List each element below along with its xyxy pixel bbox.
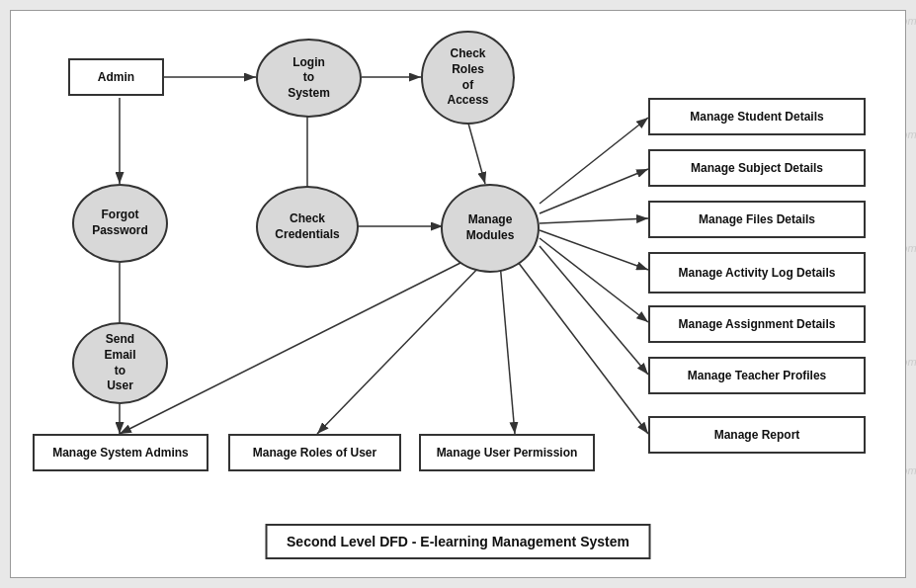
- svg-line-10: [540, 218, 648, 223]
- svg-line-16: [317, 261, 485, 434]
- manage-files-label: Manage Files Details: [699, 212, 815, 226]
- svg-line-12: [540, 238, 648, 322]
- main-container: www.freeprojectz.com www.freeprojectz.co…: [0, 0, 916, 588]
- manage-activity-node: Manage Activity Log Details: [648, 252, 866, 294]
- manage-teacher-node: Manage Teacher Profiles: [648, 357, 866, 394]
- manage-subject-node: Manage Subject Details: [648, 149, 866, 187]
- diagram-area: Admin LogintoSystem CheckRolesofAccess F…: [10, 10, 906, 578]
- diagram-title: Second Level DFD - E-learning Management…: [287, 534, 629, 549]
- manage-files-node: Manage Files Details: [648, 201, 866, 238]
- manage-report-node: Manage Report: [648, 416, 866, 454]
- manage-permission-node: Manage User Permission: [419, 434, 595, 471]
- manage-system-admins-label: Manage System Admins: [52, 446, 189, 460]
- svg-line-17: [500, 263, 515, 434]
- manage-assignment-node: Manage Assignment Details: [648, 305, 866, 343]
- login-node: LogintoSystem: [256, 39, 362, 118]
- title-box: Second Level DFD - E-learning Management…: [265, 524, 651, 559]
- manage-system-admins-node: Manage System Admins: [33, 434, 208, 471]
- manage-student-label: Manage Student Details: [690, 110, 823, 124]
- manage-roles-label: Manage Roles of User: [253, 446, 376, 460]
- manage-teacher-label: Manage Teacher Profiles: [688, 369, 827, 382]
- send-email-node: SendEmailtoUser: [72, 322, 168, 404]
- svg-line-9: [540, 169, 648, 213]
- manage-student-node: Manage Student Details: [648, 98, 866, 135]
- check-credentials-label: CheckCredentials: [275, 211, 339, 242]
- manage-modules-label: ManageModules: [466, 212, 515, 243]
- check-roles-label: CheckRolesofAccess: [447, 46, 488, 108]
- svg-line-14: [515, 258, 648, 434]
- manage-report-label: Manage Report: [714, 428, 800, 442]
- manage-roles-node: Manage Roles of User: [228, 434, 401, 471]
- manage-subject-label: Manage Subject Details: [691, 161, 823, 175]
- send-email-label: SendEmailtoUser: [104, 332, 135, 393]
- manage-assignment-label: Manage Assignment Details: [679, 317, 836, 331]
- check-roles-node: CheckRolesofAccess: [421, 31, 515, 125]
- manage-activity-label: Manage Activity Log Details: [679, 266, 836, 280]
- svg-line-15: [120, 258, 470, 434]
- forgot-password-node: ForgotPassword: [72, 184, 168, 263]
- admin-node: Admin: [68, 58, 164, 96]
- forgot-password-label: ForgotPassword: [92, 208, 148, 238]
- svg-line-8: [540, 118, 648, 204]
- manage-modules-node: ManageModules: [441, 184, 540, 273]
- admin-label: Admin: [98, 70, 134, 84]
- check-credentials-node: CheckCredentials: [256, 186, 359, 268]
- manage-permission-label: Manage User Permission: [437, 446, 578, 460]
- svg-line-11: [540, 230, 648, 270]
- login-label: LogintoSystem: [288, 55, 330, 102]
- svg-line-13: [540, 246, 648, 375]
